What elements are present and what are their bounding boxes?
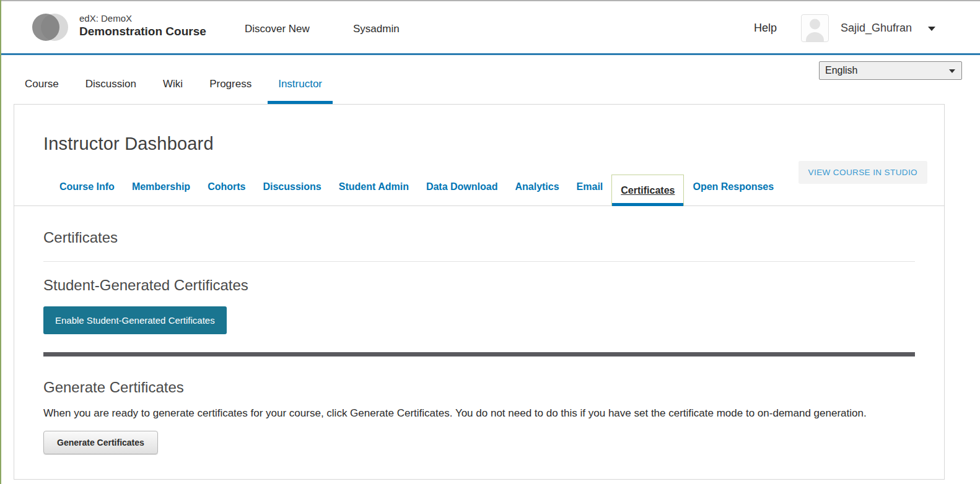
header-link-discover-new[interactable]: Discover New	[245, 23, 310, 35]
chevron-down-icon	[949, 69, 955, 73]
tab-open-responses[interactable]: Open Responses	[684, 170, 782, 205]
edx-logo	[32, 12, 69, 45]
tab-cohorts[interactable]: Cohorts	[199, 170, 254, 205]
tab-certificates[interactable]: Certificates	[611, 175, 684, 206]
student-generated-heading: Student-Generated Certificates	[43, 277, 915, 294]
tab-email[interactable]: Email	[568, 170, 612, 205]
instructor-dashboard-panel: Instructor Dashboard VIEW COURSE IN STUD…	[14, 104, 945, 480]
nav-tab-instructor[interactable]: Instructor	[278, 78, 322, 90]
course-org-label: edX: DemoX	[79, 13, 132, 24]
generate-certificates-description: When you are ready to generate certifica…	[43, 405, 915, 421]
header-link-sysadmin[interactable]: Sysadmin	[353, 23, 400, 35]
section-divider	[43, 261, 915, 262]
language-select[interactable]: English	[819, 61, 962, 80]
user-avatar[interactable]	[801, 14, 829, 42]
window-top-edge	[0, 0, 980, 1]
language-select-value: English	[825, 65, 857, 76]
tab-discussions[interactable]: Discussions	[254, 170, 330, 205]
username-label[interactable]: Sajid_Ghufran	[841, 22, 912, 35]
user-menu-caret-icon[interactable]	[928, 27, 935, 31]
nav-tab-discussion[interactable]: Discussion	[85, 78, 136, 90]
course-title: Demonstration Course	[79, 25, 206, 38]
nav-tab-course[interactable]: Course	[25, 78, 59, 90]
generate-certificates-heading: Generate Certificates	[43, 379, 915, 396]
view-course-in-studio-button[interactable]: VIEW COURSE IN STUDIO	[798, 161, 927, 184]
tab-course-info[interactable]: Course Info	[51, 170, 123, 205]
nav-tab-wiki[interactable]: Wiki	[163, 78, 183, 90]
enable-student-generated-certificates-button[interactable]: Enable Student-Generated Certificates	[43, 306, 227, 334]
page-title: Instructor Dashboard	[43, 134, 915, 154]
tab-analytics[interactable]: Analytics	[506, 170, 567, 205]
generate-certificates-button[interactable]: Generate Certificates	[43, 431, 158, 454]
dark-divider	[43, 352, 915, 357]
header-link-help[interactable]: Help	[754, 22, 777, 35]
tab-membership[interactable]: Membership	[123, 170, 199, 205]
course-nav: Course Discussion Wiki Progress Instruct…	[25, 78, 322, 90]
global-header: edX: DemoX Demonstration Course Discover…	[0, 1, 980, 55]
nav-tab-progress[interactable]: Progress	[209, 78, 252, 90]
tab-data-download[interactable]: Data Download	[418, 170, 507, 205]
tab-student-admin[interactable]: Student Admin	[330, 170, 418, 205]
certificates-section-heading: Certificates	[43, 229, 915, 246]
window-left-edge	[0, 0, 1, 484]
